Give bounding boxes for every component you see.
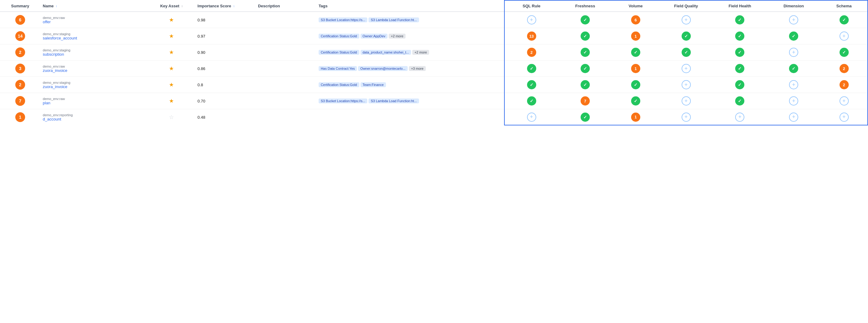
- field-health-cell: ✓: [713, 93, 767, 109]
- check-indicator[interactable]: ✓: [735, 80, 744, 89]
- tag-item[interactable]: Certification Status:Gold: [319, 34, 359, 38]
- plus-indicator[interactable]: +: [789, 15, 798, 25]
- plus-indicator[interactable]: +: [840, 96, 849, 105]
- check-indicator[interactable]: ✓: [527, 64, 536, 73]
- star-icon[interactable]: ★: [169, 82, 174, 88]
- check-indicator[interactable]: ✓: [581, 80, 590, 89]
- schema-cell: 2: [820, 61, 868, 77]
- field-quality-cell: +: [659, 61, 713, 77]
- check-indicator[interactable]: ✓: [527, 80, 536, 89]
- plus-indicator[interactable]: +: [682, 15, 691, 25]
- plus-indicator[interactable]: +: [527, 15, 536, 25]
- tag-more[interactable]: +2 more: [389, 34, 406, 38]
- count-indicator[interactable]: 13: [527, 32, 536, 41]
- count-indicator[interactable]: 1: [631, 32, 640, 41]
- schema-cell: ✓: [820, 44, 868, 61]
- plus-indicator[interactable]: +: [682, 112, 691, 122]
- check-indicator[interactable]: ✓: [682, 32, 691, 41]
- tag-item[interactable]: data_product_name:shohei_t...: [361, 50, 411, 55]
- key-asset-sort-icon[interactable]: ↑: [181, 5, 183, 8]
- plus-indicator[interactable]: +: [682, 64, 691, 73]
- tag-item[interactable]: Owner:snarron@montecarlo...: [358, 66, 408, 71]
- count-indicator[interactable]: 1: [631, 64, 640, 73]
- star-icon[interactable]: ★: [169, 17, 174, 23]
- check-indicator[interactable]: ✓: [735, 15, 744, 25]
- check-indicator[interactable]: ✓: [682, 48, 691, 57]
- count-indicator[interactable]: 6: [631, 15, 640, 25]
- star-icon[interactable]: ☆: [169, 114, 174, 120]
- check-indicator[interactable]: ✓: [581, 112, 590, 122]
- tag-item[interactable]: Certification Status:Gold: [319, 50, 359, 55]
- check-indicator[interactable]: ✓: [527, 96, 536, 105]
- data-table-wrapper: Summary Name ↑ Key Asset ↑ Importance Sc…: [0, 0, 868, 125]
- plus-indicator[interactable]: +: [789, 80, 798, 89]
- check-indicator[interactable]: ✓: [789, 64, 798, 73]
- summary-badge[interactable]: 2: [15, 80, 25, 90]
- count-indicator[interactable]: 1: [631, 112, 640, 122]
- name-sort-icon[interactable]: ↑: [56, 5, 57, 8]
- asset-name-link[interactable]: salesforce_account: [43, 36, 146, 40]
- plus-indicator[interactable]: +: [789, 96, 798, 105]
- check-indicator[interactable]: ✓: [631, 48, 640, 57]
- tag-item[interactable]: S3 Lambda Load Function:ht...: [369, 18, 419, 22]
- asset-name-link[interactable]: d_account: [43, 117, 146, 122]
- asset-name-link[interactable]: zuora_invoice: [43, 68, 146, 73]
- asset-name-link[interactable]: offer: [43, 20, 146, 24]
- tag-more[interactable]: +2 more: [412, 50, 429, 55]
- tag-item[interactable]: S3 Lambda Load Function:ht...: [369, 98, 419, 103]
- check-indicator[interactable]: ✓: [840, 15, 849, 25]
- check-indicator[interactable]: ✓: [581, 15, 590, 25]
- count-indicator[interactable]: 2: [527, 48, 536, 57]
- plus-indicator[interactable]: +: [789, 48, 798, 57]
- summary-badge[interactable]: 14: [15, 31, 25, 41]
- check-indicator[interactable]: ✓: [581, 32, 590, 41]
- summary-badge[interactable]: 1: [15, 112, 25, 122]
- check-indicator[interactable]: ✓: [735, 96, 744, 105]
- summary-badge[interactable]: 6: [15, 15, 25, 25]
- count-indicator[interactable]: 7: [581, 96, 590, 105]
- table-row: 2 demo_env:staging subscription ★ 0.90 C…: [0, 44, 868, 61]
- check-indicator[interactable]: ✓: [735, 48, 744, 57]
- tag-more[interactable]: +3 more: [409, 66, 426, 71]
- env-label: demo_env:raw: [43, 16, 146, 20]
- check-indicator[interactable]: ✓: [735, 32, 744, 41]
- col-header-name[interactable]: Name ↑: [40, 0, 148, 12]
- tag-item[interactable]: Has Data Contract:Yes: [319, 66, 357, 71]
- asset-name-link[interactable]: subscription: [43, 52, 146, 57]
- plus-indicator[interactable]: +: [840, 112, 849, 122]
- tag-item[interactable]: Owner:AppDev: [361, 34, 388, 38]
- summary-badge[interactable]: 3: [15, 64, 25, 73]
- check-indicator[interactable]: ✓: [789, 32, 798, 41]
- plus-indicator[interactable]: +: [840, 32, 849, 41]
- check-indicator[interactable]: ✓: [631, 96, 640, 105]
- check-indicator[interactable]: ✓: [631, 80, 640, 89]
- check-indicator[interactable]: ✓: [840, 48, 849, 57]
- importance-sort-icon[interactable]: ↑: [233, 5, 235, 8]
- plus-indicator[interactable]: +: [789, 112, 798, 122]
- plus-indicator[interactable]: +: [735, 112, 744, 122]
- col-header-importance[interactable]: Importance Score ↑: [195, 0, 255, 12]
- star-icon[interactable]: ★: [169, 33, 174, 39]
- plus-indicator[interactable]: +: [682, 80, 691, 89]
- plus-indicator[interactable]: +: [682, 96, 691, 105]
- plus-indicator[interactable]: +: [527, 112, 536, 122]
- asset-name-link[interactable]: plan: [43, 101, 146, 105]
- tag-item[interactable]: Team:Finance: [361, 82, 386, 87]
- check-indicator[interactable]: ✓: [581, 48, 590, 57]
- tag-item[interactable]: Certification Status:Gold: [319, 82, 359, 87]
- summary-badge[interactable]: 2: [15, 47, 25, 57]
- star-icon[interactable]: ★: [169, 65, 174, 72]
- star-icon[interactable]: ★: [169, 49, 174, 55]
- tag-item[interactable]: S3 Bucket Location:https://s...: [319, 18, 368, 22]
- check-indicator[interactable]: ✓: [735, 64, 744, 73]
- star-icon[interactable]: ★: [169, 98, 174, 104]
- tag-item[interactable]: S3 Bucket Location:https://s...: [319, 98, 368, 103]
- check-indicator[interactable]: ✓: [581, 64, 590, 73]
- count-indicator[interactable]: 2: [840, 64, 849, 73]
- importance-cell: 0.8: [195, 77, 255, 93]
- summary-badge[interactable]: 7: [15, 96, 25, 106]
- asset-name-link[interactable]: zuora_invoice: [43, 85, 146, 89]
- schema-cell: +: [820, 109, 868, 125]
- count-indicator[interactable]: 2: [840, 80, 849, 89]
- name-cell: demo_env:raw plan: [40, 93, 148, 109]
